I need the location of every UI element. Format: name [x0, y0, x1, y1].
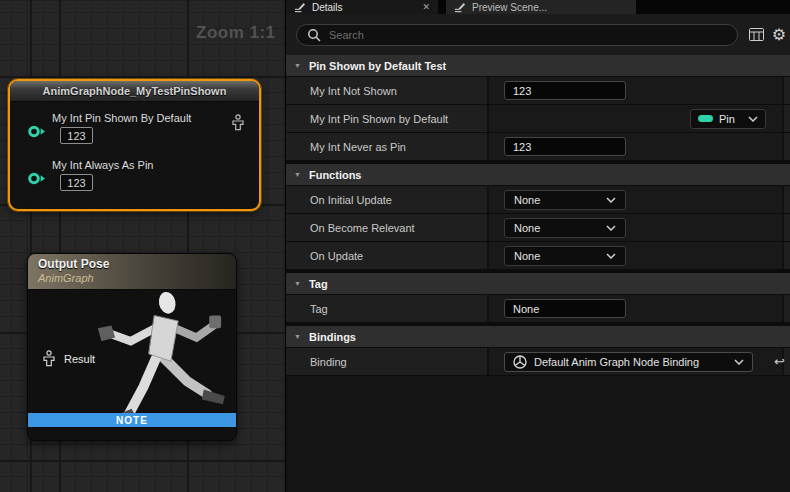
- property-row-tag: Tag: [286, 295, 790, 322]
- pin-label: My Int Always As Pin: [52, 159, 259, 171]
- property-label: Binding: [310, 356, 347, 368]
- row-edge-strip: [782, 133, 790, 160]
- row-edge-strip: [782, 214, 790, 241]
- binding-class-icon: [513, 355, 527, 369]
- section-title: Tag: [309, 278, 328, 290]
- int-pin-icon[interactable]: [28, 172, 46, 185]
- on-become-relevant-dropdown[interactable]: None: [504, 218, 626, 238]
- pin-row: My Int Pin Shown By Default: [18, 112, 259, 144]
- property-label: Tag: [310, 303, 328, 315]
- node-title-bar[interactable]: AnimGraphNode_MyTestPinShown: [10, 81, 259, 102]
- collapse-triangle-icon[interactable]: ▼: [294, 62, 301, 69]
- anim-graph-viewport[interactable]: Zoom 1:1 AnimGraphNode_MyTestPinShown My…: [0, 0, 285, 492]
- property-label: My Int Pin Shown by Default: [310, 113, 448, 125]
- property-label: On Initial Update: [310, 194, 392, 206]
- zoom-level-indicator: Zoom 1:1: [196, 23, 276, 43]
- property-row-on-initial-update: On Initial Update None: [286, 186, 790, 213]
- unreal-editor-window: Zoom 1:1 AnimGraphNode_MyTestPinShown My…: [0, 0, 790, 492]
- property-row-binding: Binding Default Anim Graph Node Binding …: [286, 348, 790, 375]
- panel-tab-bar: Details ✕ Preview Scene...: [286, 0, 790, 14]
- chevron-down-icon: [606, 197, 616, 203]
- dropdown-value: None: [514, 194, 540, 206]
- my-int-never-as-pin-input[interactable]: [504, 137, 626, 156]
- running-mannequin-image: [80, 290, 237, 427]
- pin-mode-value: Pin: [719, 113, 735, 125]
- property-label: On Become Relevant: [310, 222, 415, 234]
- row-edge-strip: [782, 77, 790, 104]
- property-label: On Update: [310, 250, 363, 262]
- section-header-functions[interactable]: ▼ Functions: [286, 164, 790, 185]
- property-label: My Int Not Shown: [310, 85, 397, 97]
- search-icon: [307, 28, 321, 42]
- node-body: Result NOTE: [28, 290, 236, 427]
- pin-row: My Int Always As Pin: [18, 159, 259, 191]
- node-body: My Int Pin Shown By Default My Int Alway…: [10, 112, 259, 191]
- my-int-not-shown-input[interactable]: [504, 81, 626, 100]
- details-property-list: ▼ Pin Shown by Default Test My Int Not S…: [286, 55, 790, 492]
- note-label: NOTE: [116, 415, 148, 426]
- property-row-on-become-relevant: On Become Relevant None: [286, 214, 790, 241]
- row-edge-strip: [782, 105, 790, 132]
- binding-value: Default Anim Graph Node Binding: [534, 356, 699, 368]
- pin-value-input[interactable]: [60, 127, 93, 144]
- chevron-down-icon: [734, 359, 744, 365]
- pose-result-pin-icon[interactable]: [42, 350, 56, 367]
- collapse-triangle-icon[interactable]: ▼: [294, 280, 301, 287]
- details-toolbar: ⚙: [286, 14, 790, 55]
- tab-details[interactable]: Details ✕: [286, 0, 438, 14]
- property-row-my-int-never-as-pin: My Int Never as Pin: [286, 133, 790, 160]
- pin-mode-dropdown[interactable]: Pin: [690, 109, 766, 129]
- section-title: Functions: [309, 169, 362, 181]
- anim-graph-test-node[interactable]: AnimGraphNode_MyTestPinShown My Int Pin …: [8, 79, 261, 211]
- row-edge-strip: [782, 242, 790, 269]
- collapse-triangle-icon[interactable]: ▼: [294, 333, 301, 340]
- search-box[interactable]: [296, 24, 738, 46]
- output-pose-node[interactable]: Output Pose AnimGraph: [27, 253, 237, 441]
- node-title-bar[interactable]: Output Pose AnimGraph: [28, 254, 236, 290]
- pin-pill-icon: [698, 115, 713, 122]
- result-pin-label: Result: [64, 353, 95, 365]
- close-tab-icon[interactable]: ✕: [422, 2, 430, 12]
- property-matrix-button[interactable]: [746, 23, 766, 45]
- dropdown-value: None: [514, 222, 540, 234]
- person-pin-icon[interactable]: [231, 114, 245, 131]
- binding-dropdown[interactable]: Default Anim Graph Node Binding: [504, 352, 753, 372]
- pin-value-input[interactable]: [60, 174, 93, 191]
- row-edge-strip: [782, 295, 790, 322]
- node-title: Output Pose: [38, 257, 236, 271]
- property-row-my-int-pin-shown-by-default: My Int Pin Shown by Default Pin: [286, 105, 790, 132]
- details-panel: Details ✕ Preview Scene...: [285, 0, 790, 492]
- tag-input[interactable]: [504, 299, 626, 318]
- dropdown-value: None: [514, 250, 540, 262]
- on-initial-update-dropdown[interactable]: None: [504, 190, 626, 210]
- section-header-tag[interactable]: ▼ Tag: [286, 273, 790, 294]
- reset-to-default-icon[interactable]: ↩: [774, 354, 785, 369]
- node-subtitle: AnimGraph: [38, 272, 236, 284]
- note-banner[interactable]: NOTE: [28, 413, 236, 427]
- gear-icon: ⚙: [772, 25, 786, 44]
- chevron-down-icon: [606, 253, 616, 259]
- property-row-on-update: On Update None: [286, 242, 790, 269]
- section-title: Bindings: [309, 331, 356, 343]
- chevron-down-icon: [606, 225, 616, 231]
- property-label: My Int Never as Pin: [310, 141, 406, 153]
- on-update-dropdown[interactable]: None: [504, 246, 626, 266]
- details-empty-area: [286, 376, 790, 492]
- settings-button[interactable]: ⚙: [769, 23, 789, 45]
- collapse-triangle-icon[interactable]: ▼: [294, 171, 301, 178]
- tab-label: Preview Scene...: [472, 2, 547, 13]
- grid-table-icon: [749, 28, 764, 41]
- section-header-bindings[interactable]: ▼ Bindings: [286, 326, 790, 347]
- tab-preview-scene[interactable]: Preview Scene...: [446, 0, 636, 14]
- result-pin-row: Result: [42, 350, 95, 367]
- row-edge-strip: [782, 186, 790, 213]
- details-icon: [454, 2, 466, 13]
- section-title: Pin Shown by Default Test: [309, 60, 446, 72]
- pin-label: My Int Pin Shown By Default: [52, 112, 259, 124]
- property-row-my-int-not-shown: My Int Not Shown: [286, 77, 790, 104]
- section-header-pin-shown-by-default-test[interactable]: ▼ Pin Shown by Default Test: [286, 55, 790, 76]
- search-input[interactable]: [329, 29, 727, 41]
- int-pin-icon[interactable]: [28, 125, 46, 138]
- node-title: AnimGraphNode_MyTestPinShown: [43, 85, 227, 97]
- chevron-down-icon: [748, 116, 758, 122]
